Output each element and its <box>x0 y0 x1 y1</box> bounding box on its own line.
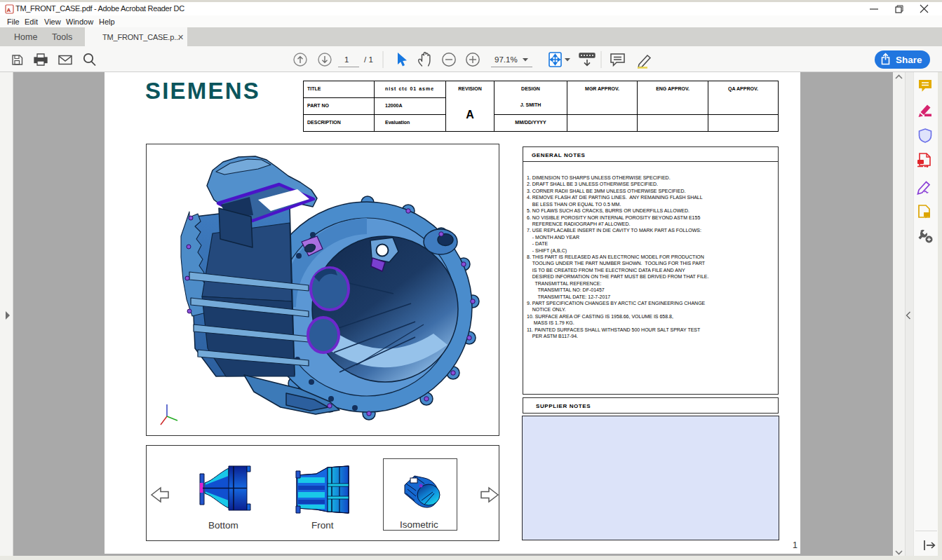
svg-text:/ 1: / 1 <box>364 55 373 64</box>
svg-text:97.1%: 97.1% <box>494 55 518 64</box>
svg-text:Share: Share <box>896 55 922 65</box>
svg-text:1: 1 <box>344 55 349 64</box>
svg-text:A: A <box>7 7 11 13</box>
